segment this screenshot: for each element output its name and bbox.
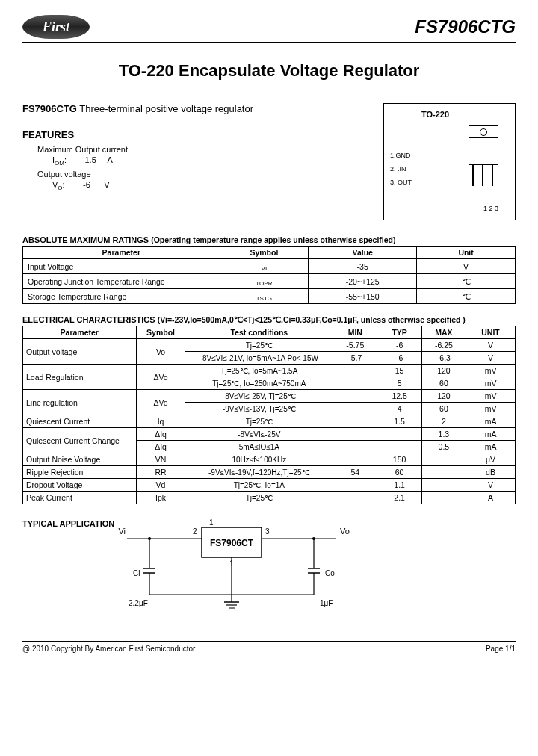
- svg-text:Ci: Ci: [133, 569, 140, 577]
- table-row: Dropout VoltageVdTj=25℃, Io=1A1.1V: [23, 479, 516, 492]
- abs-h3: Unit: [417, 247, 516, 259]
- page-number: Page 1/1: [486, 645, 516, 653]
- feature-vout-label: Output voltage: [37, 170, 383, 179]
- svg-text:3: 3: [265, 527, 270, 536]
- elec-h0: Parameter: [23, 326, 137, 339]
- table-row: Load RegulationΔVoTj=25℃, Io=5mA~1.5A151…: [23, 365, 516, 377]
- table-row: Ripple RejectionRR-9V≤VI≤-19V,f=120Hz,Tj…: [23, 466, 516, 479]
- package-drawing: [469, 125, 506, 186]
- subtitle-part: FS7906CTG: [22, 103, 77, 114]
- electrical-table: Parameter Symbol Test conditions MIN TYP…: [22, 326, 516, 504]
- abs-title: ABSOLUTE MAXIMUM RATINGS (Operating temp…: [22, 235, 516, 244]
- elec-h2: Test conditions: [185, 326, 333, 339]
- elec-h3: MIN: [333, 326, 377, 339]
- pin2-label: 2. .IN: [390, 162, 412, 176]
- typical-app-diagram: FS7906CT Vi Vo 2 1 3 1 Ci 2.2μF Co: [112, 516, 516, 622]
- logo: First: [22, 15, 90, 39]
- pin3-label: 3. OUT: [390, 176, 412, 189]
- table-row: Output Noise VoltageVN10Hz≤f≤100KHz150μV: [23, 453, 516, 466]
- elec-h6: UNIT: [466, 326, 516, 339]
- intro-row: FS7906CTG Three-terminal positive voltag…: [22, 103, 516, 220]
- elec-h1: Symbol: [136, 326, 185, 339]
- table-row: Storage Temperature RangeTSTG-55~+150℃: [23, 289, 516, 304]
- package-diagram: TO-220 1.GND 2. .IN 3. OUT 1 2 3: [383, 103, 516, 220]
- absolute-ratings-table: Parameter Symbol Value Unit Input Voltag…: [22, 246, 516, 304]
- elec-h5: MAX: [421, 326, 466, 339]
- svg-text:2: 2: [193, 527, 197, 536]
- intro-left: FS7906CTG Three-terminal positive voltag…: [22, 103, 383, 220]
- feature-iom: IOM: 1.5 A: [52, 155, 383, 167]
- subtitle-desc: Three-terminal positive voltage regulato…: [77, 103, 253, 114]
- svg-text:1: 1: [209, 518, 214, 527]
- feature-vo: VO: -6 V: [52, 180, 383, 191]
- table-row: Line regulationΔVo-8V≤VI≤-25V, Tj=25℃12.…: [23, 390, 516, 403]
- page-title: TO-220 Encapsulate Voltage Regulator: [22, 61, 516, 81]
- abs-h0: Parameter: [23, 247, 220, 259]
- table-row: Output voltageVoTj=25℃-5.75-6-6.25V: [23, 339, 516, 352]
- package-label: TO-220: [421, 110, 449, 119]
- svg-text:2.2μF: 2.2μF: [129, 599, 148, 607]
- svg-point-11: [312, 537, 315, 540]
- table-row: Input VoltageVI-35V: [23, 259, 516, 274]
- pins-numbers: 1 2 3: [483, 205, 498, 212]
- subtitle: FS7906CTG Three-terminal positive voltag…: [22, 103, 383, 114]
- table-row: Operating Junction Temperature RangeTOPR…: [23, 274, 516, 289]
- table-row: Peak CurrentIpkTj=25℃2.1A: [23, 492, 516, 504]
- svg-text:Vi: Vi: [118, 527, 126, 536]
- svg-text:FS7906CT: FS7906CT: [210, 538, 254, 548]
- feature-maxout: Maximum Output current: [37, 145, 383, 154]
- features-heading: FEATURES: [22, 129, 383, 140]
- svg-text:1: 1: [229, 560, 234, 568]
- circuit-svg: FS7906CT Vi Vo 2 1 3 1 Ci 2.2μF Co: [112, 516, 359, 621]
- footer: @ 2010 Copyright By American First Semic…: [22, 641, 516, 653]
- svg-point-10: [148, 537, 151, 540]
- table-row: Quiescent Current ChangeΔIq-8V≤VI≤-25V1.…: [23, 428, 516, 441]
- package-pinout: 1.GND 2. .IN 3. OUT: [390, 149, 412, 189]
- copyright: @ 2010 Copyright By American First Semic…: [22, 645, 195, 653]
- part-number: FS7906CTG: [415, 16, 516, 37]
- abs-h1: Symbol: [220, 247, 309, 259]
- svg-text:Vo: Vo: [340, 527, 350, 536]
- pin1-label: 1.GND: [390, 149, 412, 162]
- header: First FS7906CTG: [22, 15, 516, 43]
- elec-h4: TYP: [377, 326, 421, 339]
- table-row: Quiescent CurrentIqTj=25℃1.52mA: [23, 415, 516, 428]
- svg-text:1μF: 1μF: [320, 599, 333, 607]
- document-page: First FS7906CTG TO-220 Encapsulate Volta…: [0, 0, 538, 668]
- elec-title: ELECTRICAL CHARACTERISTICS (Vi=-23V,Io=5…: [22, 315, 516, 324]
- abs-h2: Value: [309, 247, 417, 259]
- svg-text:Co: Co: [325, 569, 335, 577]
